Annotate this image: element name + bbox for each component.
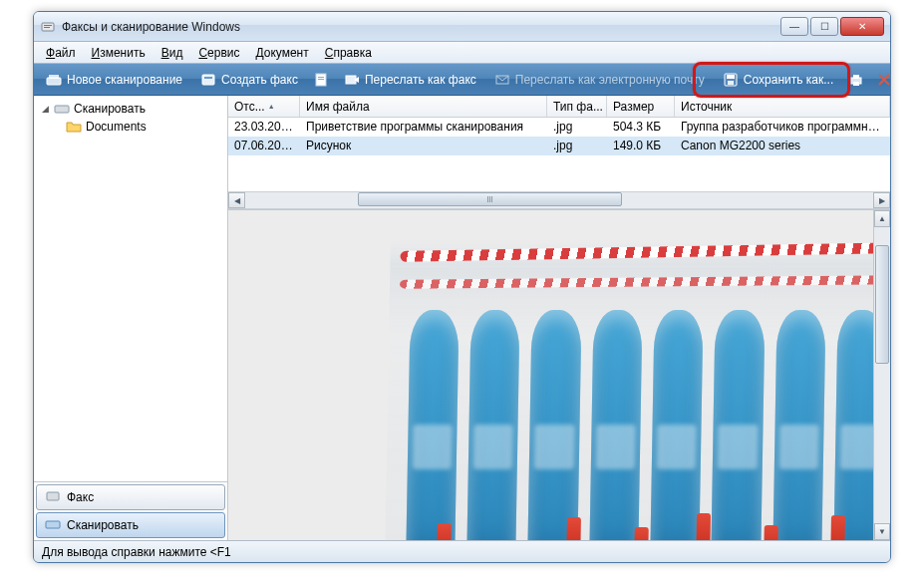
- save-as-label: Сохранить как...: [744, 73, 833, 87]
- menu-view[interactable]: Вид: [154, 44, 191, 62]
- cell-size: 504.3 КБ: [607, 118, 675, 137]
- maximize-button[interactable]: ☐: [810, 17, 838, 36]
- scanned-image: [228, 210, 873, 540]
- svg-rect-16: [853, 75, 859, 79]
- svg-rect-6: [204, 77, 212, 79]
- new-scan-button[interactable]: Новое сканирование: [38, 67, 190, 93]
- scan-small-icon: [45, 518, 61, 533]
- scroll-right-button[interactable]: ▶: [873, 192, 890, 208]
- main-area: Отс...▲ Имя файла Тип фа... Размер Источ…: [228, 96, 890, 540]
- h-scrollbar[interactable]: ◀ ▶: [228, 191, 890, 209]
- tree-child-label: Documents: [86, 120, 147, 134]
- scan-list[interactable]: 23.03.201... Приветствие программы скани…: [228, 118, 890, 191]
- print-button[interactable]: [843, 67, 869, 93]
- folder-icon: [66, 119, 82, 135]
- preview-viewport[interactable]: [228, 210, 873, 540]
- col-type[interactable]: Тип фа...: [547, 96, 607, 117]
- app-icon: [40, 19, 56, 35]
- menu-edit[interactable]: Изменить: [84, 44, 154, 62]
- svg-rect-2: [44, 27, 50, 28]
- fax-icon: [200, 72, 216, 88]
- svg-rect-4: [49, 75, 59, 79]
- svg-rect-20: [46, 521, 60, 528]
- tree-root-scan[interactable]: ◢ Сканировать: [40, 100, 221, 118]
- list-row[interactable]: 07.06.201... Рисунок .jpg 149.0 КБ Canon…: [228, 137, 890, 155]
- list-row[interactable]: 23.03.201... Приветствие программы скани…: [228, 118, 890, 137]
- forward-email-button[interactable]: Переслать как электронную почту: [486, 67, 713, 93]
- scanner-icon: [46, 72, 62, 88]
- save-icon: [723, 72, 739, 88]
- menu-service[interactable]: Сервис: [190, 44, 247, 62]
- status-text: Для вывода справки нажмите <F1: [42, 545, 231, 559]
- scroll-left-button[interactable]: ◀: [228, 192, 245, 208]
- scroll-thumb-v[interactable]: [875, 245, 889, 364]
- sidebar: ◢ Сканировать Documents Факс Сканировать: [34, 96, 228, 540]
- window-title: Факсы и сканирование Windows: [62, 20, 780, 34]
- v-scrollbar[interactable]: ▲ ▼: [873, 210, 890, 540]
- col-date[interactable]: Отс...▲: [228, 96, 300, 117]
- new-scan-label: Новое сканирование: [67, 73, 182, 87]
- title-bar[interactable]: Факсы и сканирование Windows — ☐ ✕: [34, 12, 890, 42]
- menu-file[interactable]: Файл: [38, 44, 84, 62]
- minimize-button[interactable]: —: [780, 17, 808, 36]
- svg-rect-17: [853, 82, 859, 86]
- preview-pane: ▲ ▼: [228, 209, 890, 540]
- scroll-track[interactable]: [245, 192, 873, 208]
- save-as-button[interactable]: Сохранить как...: [715, 67, 841, 93]
- scanner-small-icon: [54, 101, 70, 117]
- svg-rect-5: [202, 75, 214, 85]
- status-bar: Для вывода справки нажмите <F1: [34, 540, 890, 562]
- delete-icon: [876, 72, 891, 88]
- cell-name: Рисунок: [300, 137, 547, 155]
- collapse-icon[interactable]: ◢: [40, 104, 50, 114]
- col-source[interactable]: Источник: [675, 96, 890, 117]
- svg-rect-19: [47, 492, 59, 500]
- toolbar: Новое сканирование Создать факс Переслат…: [34, 64, 890, 96]
- menu-help[interactable]: Справка: [317, 44, 380, 62]
- app-body: ◢ Сканировать Documents Факс Сканировать: [34, 96, 890, 540]
- new-fax-button[interactable]: Создать факс: [192, 67, 306, 93]
- print-icon: [848, 72, 864, 88]
- scroll-track-v[interactable]: [874, 227, 890, 523]
- close-button[interactable]: ✕: [840, 17, 884, 36]
- forward-fax-icon: [344, 72, 360, 88]
- nav-fax-label: Факс: [67, 490, 94, 504]
- tree-child-documents[interactable]: Documents: [40, 118, 221, 136]
- scroll-thumb[interactable]: [358, 192, 622, 206]
- toolbar-separator-button[interactable]: [308, 67, 334, 93]
- tree-root-label: Сканировать: [74, 102, 146, 116]
- svg-rect-18: [55, 106, 69, 113]
- window-controls: — ☐ ✕: [780, 17, 884, 36]
- svg-rect-8: [318, 77, 324, 78]
- svg-rect-3: [47, 78, 61, 85]
- delete-button[interactable]: [871, 67, 891, 93]
- col-name[interactable]: Имя файла: [300, 96, 547, 117]
- nav-scan-button[interactable]: Сканировать: [36, 512, 225, 538]
- nav-fax-button[interactable]: Факс: [36, 484, 225, 510]
- svg-rect-1: [44, 25, 52, 26]
- menu-document[interactable]: Документ: [248, 44, 317, 62]
- svg-rect-13: [727, 75, 735, 79]
- cell-date: 23.03.201...: [228, 118, 300, 137]
- app-window: Факсы и сканирование Windows — ☐ ✕ Файл …: [33, 11, 891, 563]
- folder-tree[interactable]: ◢ Сканировать Documents: [34, 96, 227, 481]
- cell-source: Canon MG2200 series: [675, 137, 890, 155]
- svg-rect-14: [728, 81, 734, 85]
- scroll-down-button[interactable]: ▼: [874, 523, 890, 540]
- svg-rect-9: [318, 79, 324, 80]
- cell-size: 149.0 КБ: [607, 137, 675, 155]
- page-icon: [313, 72, 329, 88]
- scroll-up-button[interactable]: ▲: [874, 210, 890, 227]
- email-icon: [494, 72, 510, 88]
- cell-name: Приветствие программы сканирования: [300, 118, 547, 137]
- forward-email-label: Переслать как электронную почту: [515, 73, 705, 87]
- menu-bar: Файл Изменить Вид Сервис Документ Справк…: [34, 42, 890, 64]
- cell-source: Группа разработчиков программного: [675, 118, 890, 137]
- col-size[interactable]: Размер: [607, 96, 675, 117]
- forward-fax-button[interactable]: Переслать как факс: [336, 67, 484, 93]
- nav-scan-label: Сканировать: [67, 518, 139, 532]
- cell-type: .jpg: [547, 118, 607, 137]
- new-fax-label: Создать факс: [221, 73, 298, 87]
- sort-asc-icon: ▲: [268, 103, 275, 110]
- cell-type: .jpg: [547, 137, 607, 155]
